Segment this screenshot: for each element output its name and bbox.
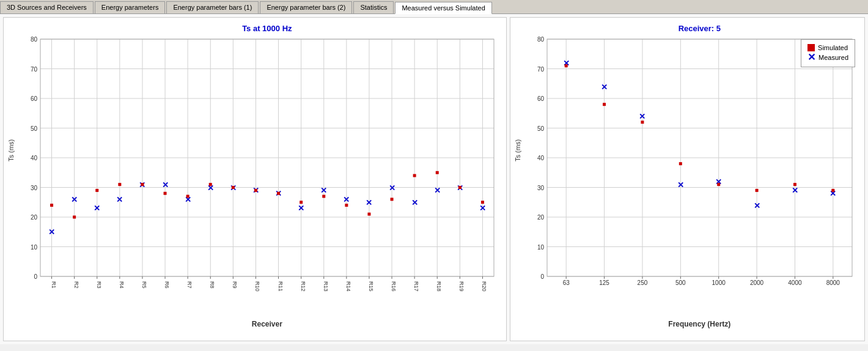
svg-rect-116 [436, 171, 439, 174]
svg-text:70: 70 [31, 66, 38, 73]
legend-measured-item: ✕ Measured [807, 53, 848, 62]
svg-text:✕: ✕ [639, 112, 645, 121]
svg-text:R3: R3 [96, 281, 102, 289]
svg-rect-172 [641, 120, 644, 124]
svg-text:R16: R16 [391, 281, 397, 292]
legend-simulated-item: Simulated [807, 44, 848, 51]
left-chart: Ts at 1000 Hz Ts (ms) Receiver 010203040… [3, 17, 507, 341]
legend-measured-icon: ✕ [807, 53, 815, 62]
svg-text:R2: R2 [73, 281, 79, 289]
svg-rect-108 [254, 189, 257, 192]
svg-text:80: 80 [537, 36, 545, 43]
svg-text:50: 50 [31, 125, 38, 132]
right-chart: Receiver: 5 Ts (ms) Frequency (Hertz) 01… [510, 17, 865, 341]
svg-text:✕: ✕ [366, 198, 372, 207]
svg-text:✕: ✕ [411, 198, 418, 207]
svg-text:8000: 8000 [826, 279, 840, 286]
svg-rect-106 [209, 183, 212, 186]
svg-text:R17: R17 [413, 281, 419, 292]
svg-text:125: 125 [599, 279, 609, 286]
svg-rect-118 [481, 201, 484, 204]
svg-rect-103 [141, 183, 144, 186]
svg-rect-176 [793, 183, 796, 186]
svg-rect-170 [564, 64, 567, 67]
svg-rect-111 [322, 195, 325, 198]
svg-text:2000: 2000 [750, 279, 764, 286]
svg-rect-107 [232, 186, 235, 189]
svg-text:✕: ✕ [94, 204, 100, 213]
svg-rect-105 [186, 195, 189, 198]
tab-3d-sources[interactable]: 3D Sources and Receivers [0, 1, 94, 13]
svg-text:R6: R6 [164, 281, 170, 289]
svg-rect-104 [164, 192, 167, 195]
svg-rect-112 [345, 204, 348, 207]
svg-text:4000: 4000 [788, 279, 802, 286]
svg-rect-110 [300, 201, 303, 204]
tab-measured-simulated[interactable]: Measured versus Simulated [395, 2, 491, 14]
svg-text:250: 250 [637, 279, 647, 286]
svg-text:✕: ✕ [343, 195, 350, 204]
svg-text:✕: ✕ [162, 180, 169, 190]
right-chart-svg: 0102030405060708063125250500100020004000… [541, 36, 858, 301]
right-y-axis-label: Ts (ms) [514, 139, 521, 161]
legend-measured-label: Measured [818, 54, 848, 61]
svg-text:60: 60 [537, 95, 545, 102]
svg-text:R18: R18 [436, 281, 442, 292]
svg-text:R13: R13 [323, 281, 329, 292]
svg-rect-109 [277, 192, 280, 195]
svg-text:40: 40 [31, 155, 38, 161]
left-chart-svg: 01020304050607080R1R2R3R4R5R6R7R8R9R10R1… [34, 36, 500, 301]
svg-rect-115 [413, 174, 416, 177]
svg-text:70: 70 [537, 66, 545, 73]
svg-rect-102 [118, 183, 121, 186]
svg-text:✕: ✕ [298, 204, 304, 213]
svg-text:R5: R5 [141, 281, 147, 289]
svg-text:✕: ✕ [792, 186, 798, 195]
svg-rect-175 [755, 189, 758, 192]
right-x-axis-label: Frequency (Hertz) [668, 320, 730, 328]
svg-rect-100 [73, 216, 76, 219]
svg-rect-101 [95, 189, 98, 192]
svg-text:✕: ✕ [677, 180, 683, 190]
svg-text:R7: R7 [186, 281, 193, 289]
tab-energy-bars-1[interactable]: Energy parameter bars (1) [166, 1, 259, 13]
tab-statistics[interactable]: Statistics [353, 1, 394, 13]
svg-text:60: 60 [31, 95, 38, 102]
svg-text:20: 20 [537, 214, 545, 221]
left-y-axis-label: Ts (ms) [7, 139, 15, 161]
svg-text:✕: ✕ [753, 201, 760, 210]
svg-rect-174 [717, 183, 720, 186]
legend-simulated-icon [807, 44, 815, 51]
legend: Simulated ✕ Measured [801, 39, 855, 67]
svg-rect-99 [50, 204, 53, 207]
svg-text:✕: ✕ [320, 186, 327, 195]
main-content: Ts at 1000 Hz Ts (ms) Receiver 010203040… [0, 14, 868, 344]
svg-text:R9: R9 [232, 281, 238, 289]
svg-text:✕: ✕ [48, 227, 55, 237]
svg-text:R20: R20 [481, 281, 487, 292]
svg-text:30: 30 [537, 185, 545, 191]
svg-text:R15: R15 [368, 281, 374, 292]
tabs-bar: 3D Sources and Receivers Energy paramete… [0, 0, 868, 14]
svg-text:0: 0 [540, 273, 544, 280]
svg-text:500: 500 [675, 279, 686, 286]
svg-text:10: 10 [31, 244, 38, 251]
svg-text:20: 20 [31, 214, 38, 221]
left-x-axis-label: Receiver [252, 320, 282, 328]
svg-text:R8: R8 [209, 281, 215, 289]
svg-text:✕: ✕ [389, 183, 395, 193]
svg-text:R1: R1 [51, 281, 57, 289]
left-chart-title: Ts at 1000 Hz [34, 24, 500, 33]
svg-text:R11: R11 [278, 281, 284, 292]
svg-text:40: 40 [537, 155, 545, 161]
svg-text:0: 0 [34, 273, 37, 280]
svg-text:80: 80 [31, 36, 38, 43]
tab-energy-params[interactable]: Energy parameters [95, 1, 166, 13]
svg-text:R12: R12 [300, 281, 306, 292]
svg-text:1000: 1000 [712, 279, 726, 286]
svg-text:50: 50 [537, 125, 545, 132]
tab-energy-bars-2[interactable]: Energy parameter bars (2) [260, 1, 352, 13]
legend-simulated-label: Simulated [818, 44, 848, 51]
svg-text:✕: ✕ [116, 195, 123, 204]
svg-text:R14: R14 [345, 281, 351, 292]
